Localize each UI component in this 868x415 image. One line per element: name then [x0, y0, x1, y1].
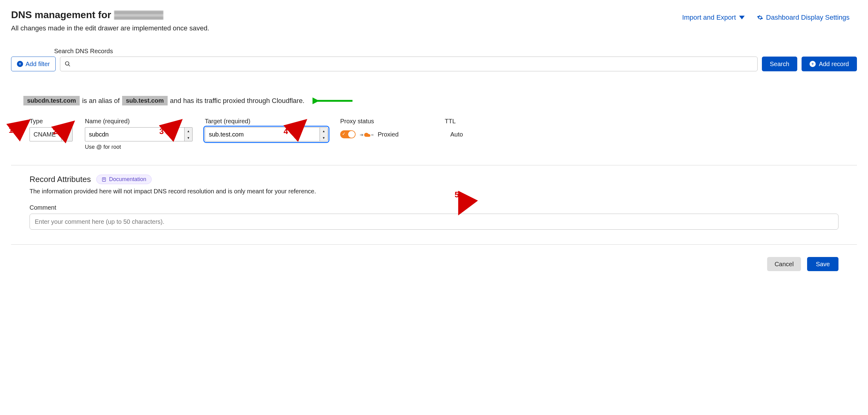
label-type: Type: [30, 118, 72, 125]
book-icon: [101, 177, 106, 182]
save-button[interactable]: Save: [807, 257, 838, 271]
documentation-link[interactable]: Documentation: [96, 174, 151, 184]
annotation-5: 5: [455, 190, 459, 199]
redacted-domain: [114, 10, 163, 20]
proxy-toggle[interactable]: [340, 130, 355, 138]
svg-marker-8: [373, 134, 373, 136]
search-input-container[interactable]: [60, 57, 757, 71]
svg-line-2: [68, 65, 70, 66]
chevron-down-icon[interactable]: ▼: [320, 134, 328, 141]
annotation-1: 1: [9, 125, 13, 135]
label-ttl: TTL: [445, 118, 513, 125]
summary-host-chip: subcdn.test.com: [23, 96, 80, 105]
type-select[interactable]: CNAME: [30, 127, 72, 141]
page-title: DNS management for: [11, 9, 209, 21]
svg-point-1: [65, 62, 69, 65]
summary-text-2: and has its traffic proxied through Clou…: [170, 97, 305, 105]
svg-line-12: [14, 121, 28, 132]
comment-label: Comment: [30, 204, 838, 211]
attributes-heading: Record Attributes: [30, 174, 91, 184]
documentation-label: Documentation: [109, 176, 146, 183]
page-subtitle: All changes made in the edit drawer are …: [11, 24, 209, 32]
search-input[interactable]: [71, 61, 753, 68]
label-target: Target (required): [205, 118, 328, 125]
add-record-label: Add record: [819, 61, 849, 68]
target-input[interactable]: ▲▼: [205, 127, 328, 141]
label-name: Name (required): [85, 118, 192, 125]
search-icon: [65, 61, 71, 67]
divider: [11, 165, 857, 165]
comment-input[interactable]: [30, 214, 838, 230]
display-settings-label: Dashboard Display Settings: [766, 13, 849, 22]
add-filter-label: Add filter: [26, 61, 50, 68]
search-label: Search DNS Records: [54, 47, 857, 55]
annotation-3: 3: [159, 127, 164, 136]
svg-marker-6: [362, 134, 364, 136]
caret-down-icon: [61, 128, 72, 141]
add-filter-button[interactable]: + Add filter: [11, 57, 56, 71]
cloud-icon: [360, 131, 373, 138]
annotation-4: 4: [284, 127, 288, 136]
name-input[interactable]: ▲▼: [85, 127, 192, 141]
page-title-prefix: DNS management for: [11, 9, 111, 21]
cancel-button[interactable]: Cancel: [767, 257, 801, 271]
add-record-button[interactable]: + Add record: [802, 57, 857, 71]
svg-marker-4: [65, 133, 69, 135]
name-helper-text: Use @ for root: [85, 144, 192, 150]
chevron-down-icon[interactable]: ▼: [185, 134, 192, 141]
annotation-2: 2: [53, 127, 57, 136]
chevron-up-icon[interactable]: ▲: [320, 128, 328, 134]
chevron-up-icon[interactable]: ▲: [185, 128, 192, 134]
label-proxy: Proxy status: [340, 118, 432, 125]
ttl-value: Auto: [445, 127, 513, 141]
search-button[interactable]: Search: [762, 57, 797, 71]
import-export-label: Import and Export: [682, 13, 736, 22]
annotation-arrow-green: [312, 97, 355, 104]
import-export-link[interactable]: Import and Export: [682, 13, 745, 22]
caret-down-icon: [739, 16, 745, 19]
display-settings-link[interactable]: Dashboard Display Settings: [757, 13, 849, 22]
name-field[interactable]: [85, 128, 184, 141]
summary-text-1: is an alias of: [82, 97, 120, 105]
plus-icon: +: [810, 61, 816, 67]
proxy-status-label: Proxied: [378, 131, 399, 138]
attributes-description: The information provided here will not i…: [30, 188, 838, 195]
svg-marker-0: [739, 16, 745, 19]
record-summary: subcdn.test.com is an alias of sub.test.…: [23, 96, 857, 105]
search-button-label: Search: [770, 61, 789, 68]
target-field[interactable]: [205, 128, 319, 141]
summary-target-chip: sub.test.com: [122, 96, 167, 105]
plus-icon: +: [17, 61, 23, 67]
gear-icon: [757, 14, 763, 21]
